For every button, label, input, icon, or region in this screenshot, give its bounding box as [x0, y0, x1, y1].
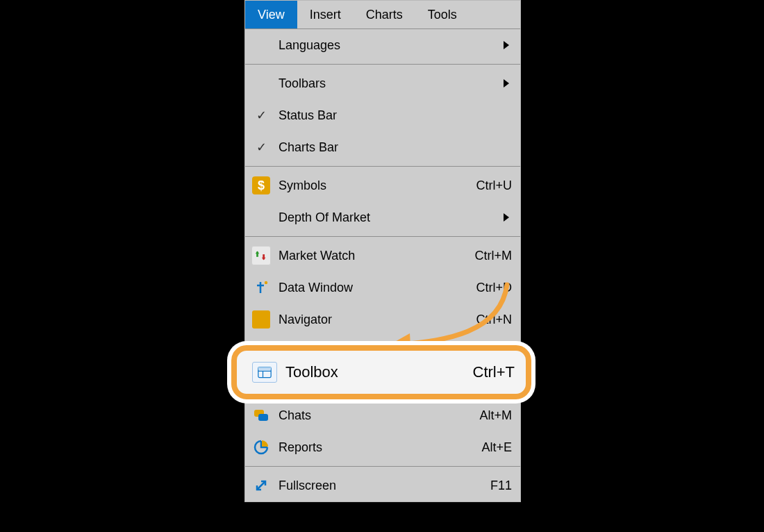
svg-point-2 [265, 281, 267, 284]
accelerator: Ctrl+U [476, 178, 512, 193]
menuitem-label: Data Window [277, 281, 476, 295]
menuitem-market-watch[interactable]: Market Watch Ctrl+M [245, 240, 520, 272]
menu-view[interactable]: View [245, 1, 297, 28]
menuitem-label: Languages [277, 38, 504, 53]
separator [245, 64, 520, 65]
menuitem-chartsbar[interactable]: ✓ Charts Bar [245, 131, 520, 163]
submenu-arrow-icon [504, 213, 509, 222]
menuitem-label: Depth Of Market [277, 210, 504, 225]
menuitem-languages[interactable]: Languages [245, 29, 520, 61]
chats-icon [245, 406, 277, 424]
menuitem-label: Status Bar [277, 108, 512, 123]
highlight-accel: Ctrl+T [473, 363, 515, 381]
menuitem-toolbars[interactable]: Toolbars [245, 67, 520, 99]
accelerator: F11 [490, 479, 512, 493]
separator [245, 166, 520, 167]
accelerator: Alt+M [479, 408, 512, 423]
view-dropdown: Languages Toolbars ✓ Status Bar ✓ Charts… [245, 29, 520, 501]
menuitem-label: Market Watch [277, 249, 475, 263]
menuitem-navigator[interactable]: Navigator Ctrl+N [245, 304, 520, 335]
highlight-toolbox[interactable]: Toolbox Ctrl+T [231, 345, 531, 399]
accelerator: Ctrl+D [476, 281, 512, 295]
reports-icon [245, 438, 277, 456]
menuitem-reports[interactable]: Reports Alt+E [245, 431, 520, 463]
accelerator: Alt+E [481, 440, 512, 455]
menuitem-statusbar[interactable]: ✓ Status Bar [245, 99, 520, 131]
separator [245, 236, 520, 237]
check-icon: ✓ [245, 106, 277, 124]
menubar: View Insert Charts Tools [245, 1, 520, 29]
check-icon: ✓ [245, 138, 277, 156]
submenu-arrow-icon [504, 79, 509, 88]
svg-line-9 [257, 481, 265, 490]
separator [245, 466, 520, 467]
menuitem-label: Symbols [277, 178, 476, 193]
svg-rect-8 [258, 414, 268, 421]
menuitem-data-window[interactable]: Data Window Ctrl+D [245, 272, 520, 304]
navigator-icon [245, 310, 277, 329]
datawindow-icon [245, 279, 277, 297]
accelerator: Ctrl+M [475, 249, 513, 263]
menuitem-label: Fullscreen [277, 479, 490, 493]
submenu-arrow-icon [504, 41, 509, 49]
menuitem-label: Charts Bar [277, 140, 512, 155]
toolbox-icon [248, 362, 281, 383]
menuitem-fullscreen[interactable]: Fullscreen F11 [245, 469, 520, 501]
svg-rect-3 [255, 315, 267, 325]
menu-charts[interactable]: Charts [354, 1, 415, 28]
highlight-label: Toolbox [281, 363, 473, 381]
menuitem-label: Reports [277, 440, 481, 455]
menu-insert[interactable]: Insert [297, 1, 354, 28]
view-menu-panel: View Insert Charts Tools Languages Toolb… [244, 0, 521, 502]
dollar-icon: $ [245, 176, 277, 194]
menu-tools[interactable]: Tools [415, 1, 470, 28]
menuitem-label: Navigator [277, 313, 476, 327]
marketwatch-icon [245, 246, 277, 265]
menuitem-symbols[interactable]: $ Symbols Ctrl+U [245, 169, 520, 201]
accelerator: Ctrl+N [476, 313, 512, 327]
svg-rect-4 [255, 314, 261, 317]
menuitem-depth-of-market[interactable]: Depth Of Market [245, 201, 520, 233]
fullscreen-icon [245, 476, 277, 494]
menuitem-label: Chats [277, 408, 479, 423]
svg-rect-14 [258, 367, 271, 370]
menuitem-label: Toolbars [277, 76, 504, 91]
menuitem-chats[interactable]: Chats Alt+M [245, 399, 520, 431]
